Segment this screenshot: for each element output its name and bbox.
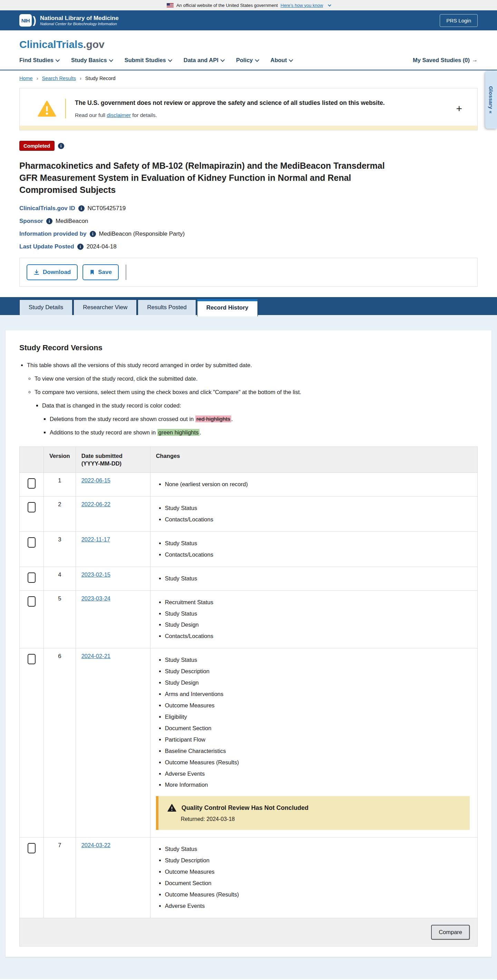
deletions-legend: Deletions from the study record are show… [50, 415, 478, 423]
nav-item-about[interactable]: About [271, 57, 292, 64]
chevron-down-icon [289, 57, 293, 62]
tab-record-history[interactable]: Record History [197, 299, 258, 317]
how-you-know-link[interactable]: Here’s how you know [280, 3, 323, 8]
nih-logo[interactable]: NIH ) National Library of Medicine Natio… [19, 14, 119, 27]
info-icon[interactable]: i [58, 143, 64, 149]
table-row: 4 2023-02-15 Study Status [20, 566, 478, 590]
meta-row-sponsor: Sponsor i MediBeacon [19, 218, 478, 224]
sponsor-value: MediBeacon [56, 218, 88, 224]
versions-table-body: 1 2022-06-15 None (earliest version on r… [20, 473, 478, 918]
nav-item-data-and-api[interactable]: Data and API [183, 57, 224, 64]
compare-button[interactable]: Compare [431, 925, 470, 940]
info-icon[interactable]: i [90, 231, 96, 237]
version-checkbox[interactable] [28, 843, 35, 853]
date-submitted-link[interactable]: 2022-11-17 [81, 536, 110, 542]
status-badge: Completed [19, 141, 54, 151]
change-item: Study Description [165, 667, 472, 676]
tab-results-posted[interactable]: Results Posted [138, 299, 196, 315]
meta-row-id: ClinicalTrials.gov ID i NCT05425719 [19, 205, 478, 212]
disclaimer-link[interactable]: disclaimer [107, 112, 131, 118]
tab-study-details[interactable]: Study Details [19, 299, 72, 315]
version-checkbox[interactable] [28, 502, 35, 512]
info-icon[interactable]: i [77, 243, 83, 250]
change-item: Adverse Events [165, 902, 472, 910]
warning-divider [65, 99, 66, 118]
expand-alert-button[interactable]: + [451, 101, 467, 117]
table-row: 5 2023-03-24 Recruitment StatusStudy Sta… [20, 590, 478, 648]
version-number: 1 [44, 473, 76, 496]
information-provided-value: MediBeacon (Responsible Party) [99, 231, 185, 237]
download-button[interactable]: Download [27, 264, 78, 280]
nav-item-policy[interactable]: Policy [236, 57, 258, 64]
prs-login-button[interactable]: PRS Login [440, 14, 478, 27]
change-item: Adverse Events [165, 770, 472, 778]
save-button[interactable]: Save [83, 264, 119, 280]
change-item: Contacts/Locations [165, 515, 472, 524]
glossary-side-tab[interactable]: Glossary « [485, 71, 497, 129]
header-suborg-name: National Center for Biotechnology Inform… [40, 22, 119, 26]
changes-list: Recruitment StatusStudy StatusStudy Desi… [158, 598, 472, 641]
nav-item-study-basics[interactable]: Study Basics [71, 57, 112, 64]
version-checkbox[interactable] [28, 573, 35, 583]
table-row: 7 2024-03-22 Study StatusStudy Descripti… [20, 837, 478, 918]
nih-logo-swoosh: ) [33, 16, 36, 24]
date-submitted-link[interactable]: 2023-03-24 [81, 595, 110, 601]
change-item: Arms and Interventions [165, 690, 472, 698]
info-icon[interactable]: i [78, 205, 84, 212]
quality-control-alert: Quality Control Review Has Not Concluded… [156, 796, 470, 830]
change-item: Outcome Measures (Results) [165, 891, 472, 899]
warning-heading: The U.S. government does not review or a… [75, 99, 385, 107]
version-checkbox[interactable] [28, 596, 35, 607]
version-checkbox[interactable] [28, 537, 35, 547]
change-item: Study Status [165, 539, 472, 547]
breadcrumb-search-results-link[interactable]: Search Results [42, 76, 76, 81]
version-checkbox[interactable] [28, 478, 35, 488]
info-icon[interactable]: i [46, 218, 53, 224]
change-item: Document Section [165, 724, 472, 733]
date-submitted-link[interactable]: 2024-02-21 [81, 653, 110, 659]
last-update-value: 2024-04-18 [87, 243, 117, 250]
header-org-name: National Library of Medicine [40, 15, 119, 22]
my-saved-studies-link[interactable]: My Saved Studies (0)→ [413, 57, 478, 64]
change-item: Outcome Measures [165, 868, 472, 876]
breadcrumb-home-link[interactable]: Home [19, 76, 33, 81]
changes-column-header: Changes [150, 447, 477, 473]
chevron-down-icon [255, 57, 259, 62]
download-icon [33, 269, 40, 275]
date-submitted-link[interactable]: 2024-03-22 [81, 842, 110, 848]
banner-text: An official website of the United States… [176, 3, 278, 8]
changes-list: Study StatusContacts/Locations [158, 539, 472, 559]
date-submitted-link[interactable]: 2022-06-22 [81, 501, 110, 507]
tab-strip: Study Details Researcher View Results Po… [0, 297, 497, 315]
date-column-header: Date submitted (YYYY-MM-DD) [76, 447, 150, 473]
qc-alert-title: Quality Control Review Has Not Concluded [182, 804, 309, 811]
change-item: Eligibility [165, 713, 472, 721]
nih-logo-box: NIH [19, 14, 32, 27]
nav-item-find-studies[interactable]: Find Studies [19, 57, 59, 64]
date-submitted-link[interactable]: 2022-06-15 [81, 477, 110, 484]
black-warning-triangle-icon [167, 804, 176, 812]
gov-banner: An official website of the United States… [0, 0, 497, 10]
version-number: 4 [44, 566, 76, 590]
breadcrumb-current: Study Record [85, 76, 116, 81]
red-highlight-sample: red highlights [195, 415, 231, 422]
date-submitted-link[interactable]: 2023-02-15 [81, 571, 110, 578]
change-item: Participant Flow [165, 736, 472, 744]
change-item: Study Status [165, 610, 472, 618]
change-item: Outcome Measures [165, 702, 472, 710]
clinicaltrials-logo[interactable]: ClinicalTrials.gov [19, 39, 105, 50]
change-item: Study Description [165, 856, 472, 865]
changes-list: Study StatusStudy DescriptionOutcome Mea… [158, 845, 472, 910]
warning-triangle-icon [38, 100, 56, 117]
government-disclaimer-alert: The U.S. government does not review or a… [19, 88, 478, 130]
tab-researcher-view[interactable]: Researcher View [73, 299, 137, 315]
meta-row-information-provided: Information provided by i MediBeacon (Re… [19, 231, 478, 237]
actions-divider [126, 265, 126, 280]
table-row: 3 2022-11-17 Study StatusContacts/Locati… [20, 531, 478, 566]
change-item: Contacts/Locations [165, 632, 472, 640]
warning-bottom-strip [20, 126, 477, 130]
version-number: 2 [44, 496, 76, 531]
version-checkbox[interactable] [28, 654, 35, 664]
changes-list: None (earliest version on record) [158, 480, 472, 488]
nav-item-submit-studies[interactable]: Submit Studies [124, 57, 171, 64]
